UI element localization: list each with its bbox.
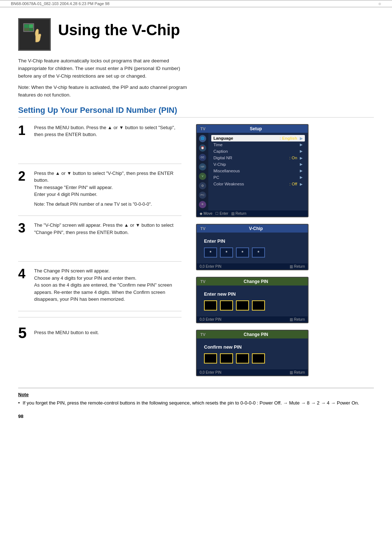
icon-misc: ⚙ xyxy=(199,182,206,189)
step-5-section: 5 Press the MENU button to exit. xyxy=(18,317,181,341)
tv-screen-2: TV V-Chip Enter PIN * * * * 0,0 Enter PI… xyxy=(196,224,309,270)
tv-screen-3-footer: 0,0 Enter PIN ▥ Return xyxy=(197,316,308,323)
menu-item-digital-nr: Digital NR : On ▶ xyxy=(211,155,305,161)
menu-item-vchip: V-Chip▶ xyxy=(211,161,305,168)
tv-screen-3-titlebar: TV Change PIN xyxy=(197,278,308,286)
confirm-pin-label: Confirm new PIN xyxy=(204,344,301,350)
tv-screen-1-titlebar: TV Setup xyxy=(197,125,308,133)
step-3-block: 3 The "V-Chip" screen will appear. Press… xyxy=(18,222,181,262)
menu-item-caption: Caption▶ xyxy=(211,148,305,155)
confirm-pin-box-4 xyxy=(252,353,265,364)
step-2-block: 2 Press the ▲ or ▼ button to select "V-C… xyxy=(18,170,181,216)
header-strip: BN68-00678A-01_082-103 2004.4.28 6:23 PM… xyxy=(0,0,392,7)
svg-rect-3 xyxy=(29,24,33,28)
step-3-number: 3 xyxy=(18,222,30,255)
confirm-pin-box-1 xyxy=(204,353,217,364)
tv-screen-1: TV Setup 🌐 ⏰ CC NR V ⚙ PC 👁 xyxy=(196,124,309,217)
icon-cc: CC xyxy=(199,154,206,161)
step-4-number: 4 xyxy=(18,267,30,305)
page-number: 98 xyxy=(18,414,374,419)
tv-screen-1-menu: Language : English ▶ Time▶ Caption▶ Digi… xyxy=(208,133,308,210)
header-text: BN68-00678A-01_082-103 2004.4.28 6:23 PM… xyxy=(11,1,110,6)
tv-screen-4: TV Change PIN Confirm new PIN 0,0 Enter … xyxy=(196,330,309,376)
tv-screen-3-body: Enter new PIN xyxy=(197,286,308,316)
step-1-number: 1 xyxy=(18,124,30,158)
svg-rect-4 xyxy=(24,28,29,31)
new-pin-box-4 xyxy=(252,300,265,311)
page-title: Using the V-Chip xyxy=(58,18,180,38)
left-column: 1 Press the MENU button. Press the ▲ or … xyxy=(18,124,192,379)
tv-screen-1-body: 🌐 ⏰ CC NR V ⚙ PC 👁 Language : English ▶ xyxy=(197,133,308,210)
right-column: TV Setup 🌐 ⏰ CC NR V ⚙ PC 👁 xyxy=(192,124,374,379)
menu-item-language: Language : English ▶ xyxy=(211,135,305,141)
step-2-text: Press the ▲ or ▼ button to select "V-Chi… xyxy=(34,170,181,210)
enter-pin-label: Enter PIN xyxy=(204,238,301,244)
icon-color: 👁 xyxy=(199,201,206,208)
step-1-text: Press the MENU button. Press the ▲ or ▼ … xyxy=(34,124,181,158)
step-5-text: Press the MENU button to exit. xyxy=(34,325,99,341)
enter-new-pin-label: Enter new PIN xyxy=(204,291,301,297)
pin-star-3: * xyxy=(236,247,249,258)
pin-star-2: * xyxy=(220,247,233,258)
tv-screen-4-footer: 0,0 Enter PIN ▥ Return xyxy=(197,369,308,375)
tv-screen-4-titlebar: TV Change PIN xyxy=(197,330,308,338)
note-item-1: • If you forget the PIN, press the remot… xyxy=(18,399,374,407)
menu-item-miscellaneous: Miscellaneous▶ xyxy=(211,168,305,174)
bottom-note: Note • If you forget the PIN, press the … xyxy=(18,388,374,407)
tv-screen-2-footer: 0,0 Enter PIN ▥ Return xyxy=(197,263,308,270)
pin-star-4: * xyxy=(252,247,265,258)
icon-vchip: V xyxy=(199,173,206,180)
confirm-pin-boxes xyxy=(204,353,301,364)
new-pin-box-1 xyxy=(204,300,217,311)
step-5-block: 5 Press the MENU button to exit. xyxy=(18,325,181,341)
icon-nr: NR xyxy=(199,163,206,171)
section-heading: Setting Up Your Personal ID Number (PIN) xyxy=(18,106,374,118)
tv-screen-2-titlebar: TV V-Chip xyxy=(197,225,308,233)
icon-clock: ⏰ xyxy=(199,144,206,152)
step-4-text: The Change PIN screen will appear.Choose… xyxy=(34,267,181,305)
menu-item-pc: PC▶ xyxy=(211,174,305,181)
new-pin-box-2 xyxy=(220,300,233,311)
new-pin-boxes xyxy=(204,300,301,311)
step-2-number: 2 xyxy=(18,170,30,210)
star-pin-boxes: * * * * xyxy=(204,247,301,258)
intro-text-2: Note: When the V-chip feature is activat… xyxy=(18,84,192,99)
step-5-number: 5 xyxy=(18,325,30,341)
title-section: Using the V-Chip xyxy=(18,18,374,51)
menu-item-time: Time▶ xyxy=(211,141,305,148)
main-content: Using the V-Chip The V-Chip feature auto… xyxy=(0,7,392,434)
svg-rect-2 xyxy=(24,24,29,28)
tv-screen-2-body: Enter PIN * * * * xyxy=(197,233,308,263)
icon-globe: 🌐 xyxy=(199,135,206,142)
step-1-block: 1 Press the MENU button. Press the ▲ or … xyxy=(18,124,181,164)
title-icon-svg xyxy=(22,22,47,47)
tv-screen-1-icons: 🌐 ⏰ CC NR V ⚙ PC 👁 xyxy=(197,133,208,210)
pin-star-1: * xyxy=(204,247,217,258)
confirm-pin-box-2 xyxy=(220,353,233,364)
icon-pc: PC xyxy=(199,192,206,199)
intro-text-1: The V-Chip feature automatically locks o… xyxy=(18,57,192,80)
title-icon xyxy=(18,18,51,51)
tv-screen-1-footer: ◆ Move ☐ Enter ▥ Return xyxy=(197,210,308,217)
tv-screen-3: TV Change PIN Enter new PIN 0,0 Enter PI… xyxy=(196,277,309,323)
two-column-layout: 1 Press the MENU button. Press the ▲ or … xyxy=(18,124,374,379)
note-title: Note xyxy=(18,392,374,397)
new-pin-box-3 xyxy=(236,300,249,311)
confirm-pin-box-3 xyxy=(236,353,249,364)
menu-item-color-weakness: Color Weakness : Off ▶ xyxy=(211,181,305,187)
tv-screen-4-body: Confirm new PIN xyxy=(197,338,308,369)
svg-rect-5 xyxy=(29,28,33,31)
step-4-block: 4 The Change PIN screen will appear.Choo… xyxy=(18,267,181,311)
step-3-text: The "V-Chip" screen will appear. Press t… xyxy=(34,222,181,255)
bullet-icon: • xyxy=(18,399,20,407)
